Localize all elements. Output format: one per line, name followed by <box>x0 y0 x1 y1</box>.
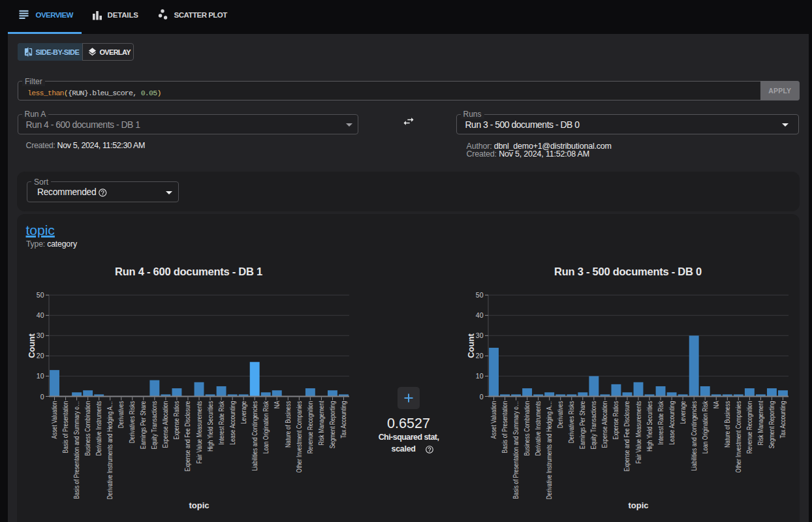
svg-text:Equity Transactions: Equity Transactions <box>590 401 597 450</box>
svg-text:Leverage: Leverage <box>240 401 247 424</box>
svg-text:Revenue Recognition: Revenue Recognition <box>746 401 753 454</box>
svg-text:Basis of Presentation and Summ: Basis of Presentation and Summary o… <box>512 401 520 499</box>
svg-text:30: 30 <box>37 331 44 339</box>
svg-text:Liabilities and Contingencies: Liabilities and Contingencies <box>251 401 258 471</box>
svg-text:Leverage: Leverage <box>679 401 687 424</box>
svg-text:Nature of Business: Nature of Business <box>285 401 292 448</box>
svg-text:Basis of Presentation: Basis of Presentation <box>501 401 508 453</box>
svg-text:Expense Allocation: Expense Allocation <box>162 401 169 448</box>
svg-text:Lease Accounting: Lease Accounting <box>668 401 676 445</box>
svg-text:Other Investment Companies: Other Investment Companies <box>735 401 742 473</box>
svg-text:Risk Management: Risk Management <box>318 401 325 445</box>
svg-text:Interest Rate Risk: Interest Rate Risk <box>218 401 225 445</box>
svg-text:50: 50 <box>476 291 484 299</box>
svg-text:Segment Reporting: Segment Reporting <box>329 401 336 449</box>
svg-text:Basis of Presentation and Summ: Basis of Presentation and Summary o… <box>73 401 80 499</box>
svg-text:Other Investment Companies: Other Investment Companies <box>296 401 303 473</box>
svg-text:Tax Accounting: Tax Accounting <box>340 401 347 438</box>
svg-text:Basis of Presentation: Basis of Presentation <box>62 401 69 453</box>
svg-text:topic: topic <box>628 500 648 510</box>
svg-text:NA: NA <box>713 401 720 408</box>
svg-text:Expense Allocation: Expense Allocation <box>601 401 608 448</box>
svg-text:Loan Origination Risk: Loan Origination Risk <box>702 401 709 454</box>
svg-text:40: 40 <box>37 311 44 319</box>
svg-text:Segment Reporting: Segment Reporting <box>768 401 775 449</box>
svg-text:Expense and Fee Disclosure: Expense and Fee Disclosure <box>623 401 631 471</box>
svg-text:Derivative Instruments: Derivative Instruments <box>95 401 102 456</box>
svg-text:0: 0 <box>40 393 44 401</box>
svg-text:Derivative Instruments and Hed: Derivative Instruments and Hedging A… <box>546 401 553 500</box>
svg-text:20: 20 <box>37 352 44 360</box>
svg-text:Risk Management: Risk Management <box>757 401 764 445</box>
svg-text:Fair Value Measurements: Fair Value Measurements <box>196 401 203 464</box>
svg-text:Business Combination: Business Combination <box>523 401 531 456</box>
svg-text:Earnings Per Share: Earnings Per Share <box>579 401 586 449</box>
svg-text:Count: Count <box>466 333 476 358</box>
svg-text:Expense Ratios: Expense Ratios <box>612 401 619 440</box>
svg-text:Lease Accounting: Lease Accounting <box>229 401 236 445</box>
svg-text:Derivative Instruments: Derivative Instruments <box>535 401 542 456</box>
svg-text:30: 30 <box>476 331 484 339</box>
svg-text:20: 20 <box>476 352 484 360</box>
svg-text:Fair Value Measurements: Fair Value Measurements <box>635 401 642 464</box>
svg-text:Tax Accounting: Tax Accounting <box>779 401 787 438</box>
svg-text:Expense Ratios: Expense Ratios <box>173 401 180 440</box>
svg-text:topic: topic <box>189 500 209 510</box>
svg-text:Earnings Per Share: Earnings Per Share <box>140 401 147 449</box>
svg-text:Liabilities and Contingencies: Liabilities and Contingencies <box>691 401 698 471</box>
svg-text:Run 4 - 600 documents - DB 1: Run 4 - 600 documents - DB 1 <box>115 266 262 277</box>
svg-text:Business Combination: Business Combination <box>84 401 91 456</box>
svg-text:Derivatives: Derivatives <box>117 401 125 429</box>
svg-text:50: 50 <box>37 291 44 299</box>
svg-text:Asset Valuation: Asset Valuation <box>51 401 58 439</box>
svg-text:Expense and Fee Disclosure: Expense and Fee Disclosure <box>184 401 191 471</box>
svg-text:Interest Rate Risk: Interest Rate Risk <box>657 401 664 445</box>
svg-text:Run 3 - 500 documents - DB 0: Run 3 - 500 documents - DB 0 <box>554 266 702 277</box>
svg-text:Equity Transactions: Equity Transactions <box>151 401 158 450</box>
svg-text:NA: NA <box>273 401 281 408</box>
svg-text:10: 10 <box>476 372 484 380</box>
svg-text:10: 10 <box>37 372 44 380</box>
svg-text:Asset Valuation: Asset Valuation <box>490 401 497 439</box>
svg-text:0: 0 <box>480 393 484 401</box>
svg-text:Derivatives Risks: Derivatives Risks <box>568 401 575 444</box>
svg-text:Derivatives: Derivatives <box>557 401 564 429</box>
svg-text:Revenue Recognition: Revenue Recognition <box>307 401 314 454</box>
svg-text:Derivatives Risks: Derivatives Risks <box>129 401 136 444</box>
svg-text:Count: Count <box>27 333 37 358</box>
svg-text:Derivative Instruments and Hed: Derivative Instruments and Hedging A… <box>106 401 114 500</box>
svg-text:Loan Origination Risk: Loan Origination Risk <box>262 401 270 454</box>
svg-text:Nature of Business: Nature of Business <box>724 401 731 448</box>
svg-text:High Yield Securities: High Yield Securities <box>207 401 214 452</box>
svg-text:40: 40 <box>476 311 484 319</box>
svg-text:High Yield Securities: High Yield Securities <box>646 401 653 452</box>
